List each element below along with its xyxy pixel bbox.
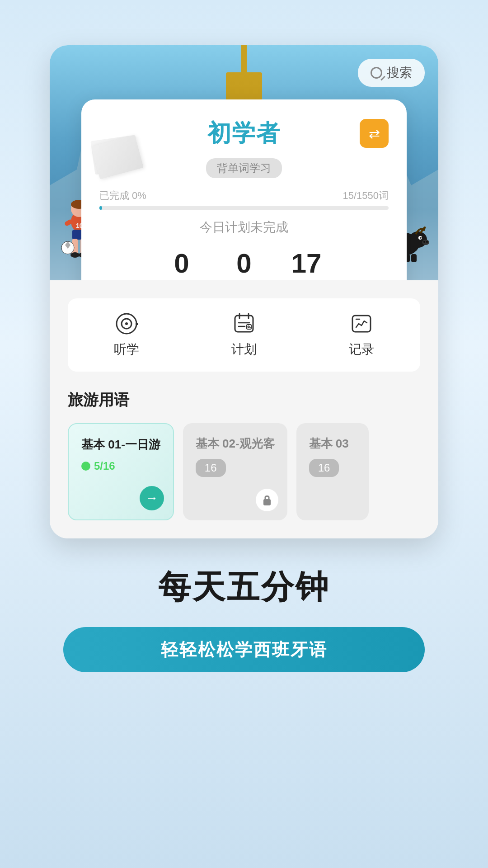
lesson-card-2-title: 基本 02-观光客 — [196, 436, 275, 452]
svg-point-6 — [70, 252, 80, 258]
stat-pending: 17 待学习 — [289, 249, 324, 280]
plan-label: 计划 — [231, 341, 257, 358]
record-label: 记录 — [349, 341, 374, 358]
cta-button[interactable]: 轻轻松松学西班牙语 — [63, 627, 425, 672]
lesson-card-2-lock — [256, 489, 278, 511]
svg-rect-37 — [263, 499, 271, 505]
record-icon — [350, 312, 373, 335]
progress-labels: 已完成 0% 15/1550词 — [99, 189, 389, 203]
stat-review: 0 待复习 — [226, 249, 262, 280]
stats-row: 0 已学习 0 待复习 17 待学习 — [99, 249, 389, 280]
plan-status: 今日计划未完成 — [99, 219, 389, 236]
svg-point-17 — [423, 241, 425, 243]
progress-bar-background — [99, 206, 389, 210]
plan-icon — [232, 312, 256, 335]
search-button[interactable]: 搜索 — [358, 59, 425, 87]
main-card: 初学者 ⇄ 背单词学习 已完成 0% 15/1550词 今日计划未完成 0 — [81, 99, 407, 280]
svg-point-16 — [422, 240, 429, 245]
svg-point-15 — [420, 237, 422, 239]
svg-point-13 — [409, 231, 427, 248]
plan-icon-item[interactable]: 计划 — [185, 298, 303, 372]
bottom-section: 每天五分钟 轻轻松松学西班牙语 — [27, 538, 461, 708]
phone-card: 10 — [50, 45, 438, 538]
lesson-card-1-progress: 5/16 — [81, 460, 160, 472]
svg-rect-35 — [352, 316, 371, 332]
swap-button[interactable]: ⇄ — [360, 119, 389, 148]
main-headline: 每天五分钟 — [158, 566, 330, 609]
stat-pending-number: 17 — [289, 249, 324, 278]
record-icon-item[interactable]: 记录 — [303, 298, 420, 372]
lesson-cards-row: 基本 01-一日游 5/16 → 基本 02-观光客 16 — [68, 423, 420, 520]
phone-bottom: 听学 计划 — [50, 280, 438, 538]
svg-rect-26 — [136, 323, 138, 325]
lesson-card-2[interactable]: 基本 02-观光客 16 — [183, 423, 287, 520]
lesson-card-2-count: 16 — [196, 459, 226, 477]
lesson-card-1-arrow[interactable]: → — [140, 486, 164, 510]
listen-label: 听学 — [114, 341, 139, 358]
card-title: 初学者 — [207, 118, 281, 149]
search-label: 搜索 — [387, 64, 412, 81]
lesson-card-3-title: 基本 03 — [309, 436, 356, 452]
progress-completed-label: 已完成 0% — [99, 189, 146, 203]
progress-section: 已完成 0% 15/1550词 — [99, 189, 389, 210]
svg-rect-22 — [411, 254, 417, 262]
svg-point-25 — [125, 322, 128, 325]
stat-learned-number: 0 — [164, 249, 199, 278]
progress-total-label: 15/1550词 — [343, 189, 389, 203]
stat-learned: 0 已学习 — [164, 249, 199, 280]
stat-review-number: 0 — [226, 249, 262, 278]
icon-row: 听学 计划 — [68, 298, 420, 372]
card-header: 初学者 ⇄ — [99, 118, 389, 149]
lesson-card-1-title: 基本 01-一日游 — [81, 437, 160, 453]
lesson-card-1[interactable]: 基本 01-一日游 5/16 → — [68, 423, 174, 520]
listen-icon — [115, 312, 138, 335]
progress-bar-fill — [99, 206, 102, 210]
hero-section: 10 — [50, 45, 438, 280]
listen-icon-item[interactable]: 听学 — [68, 298, 185, 372]
lesson-card-3[interactable]: 基本 03 16 — [296, 423, 369, 520]
svg-point-18 — [426, 241, 428, 243]
section-title: 旅游用语 — [68, 390, 420, 410]
lesson-card-3-count: 16 — [309, 459, 339, 477]
search-icon — [371, 67, 382, 79]
svg-line-33 — [248, 327, 249, 328]
lesson-card-1-progress-text: 5/16 — [94, 460, 115, 472]
progress-dot — [81, 462, 90, 471]
vocab-tag-label: 背单词学习 — [206, 158, 282, 178]
